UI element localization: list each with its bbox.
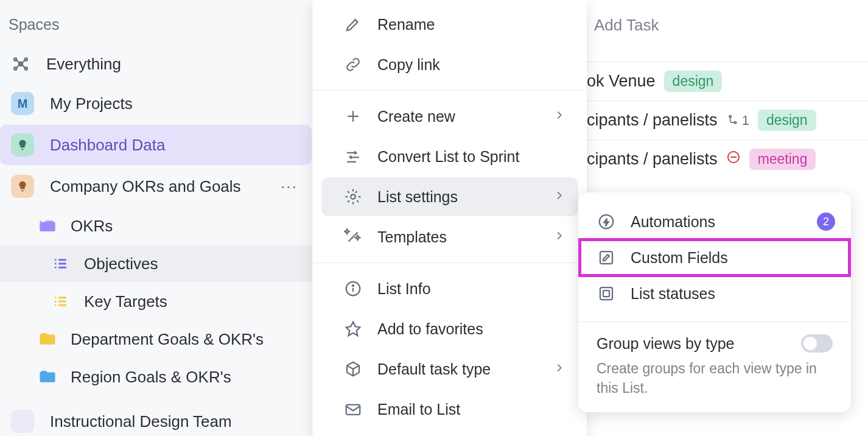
- sidebar-label: Key Targets: [84, 292, 167, 311]
- task-title: cipants / panelists: [587, 150, 718, 169]
- menu-templates[interactable]: Templates: [321, 217, 578, 256]
- sidebar-label: Instructional Design Team: [50, 412, 232, 431]
- submenu-label: Automations: [631, 213, 715, 231]
- menu-label: Email to List: [377, 401, 460, 418]
- submenu-automations[interactable]: Automations 2: [578, 202, 851, 241]
- lightbulb-icon: [11, 175, 34, 198]
- link-icon: [343, 55, 363, 74]
- menu-convert-sprint[interactable]: Convert List to Sprint: [321, 137, 578, 176]
- sidebar-label: Everything: [46, 55, 121, 74]
- menu-label: Convert List to Sprint: [377, 148, 519, 166]
- sidebar-label: Objectives: [84, 255, 158, 273]
- svg-rect-32: [346, 405, 360, 415]
- sidebar-folder-department[interactable]: Department Goals & OKR's: [27, 321, 312, 357]
- menu-default-task-type[interactable]: Default task type: [321, 350, 578, 389]
- submenu-label: Custom Fields: [631, 249, 728, 267]
- mail-icon: [343, 399, 363, 419]
- folder-icon: [38, 367, 57, 387]
- menu-add-favorites[interactable]: Add to favorites: [321, 309, 578, 348]
- menu-label: Add to favorites: [377, 320, 483, 338]
- svg-point-30: [352, 285, 354, 286]
- lightbulb-icon: [11, 133, 34, 156]
- chevron-right-icon: [553, 108, 566, 125]
- wand-icon: [343, 227, 363, 247]
- sidebar-label: Region Goals & OKR's: [71, 368, 231, 387]
- avatar-m-icon: M: [11, 92, 34, 115]
- sidebar-label: Dashboard Data: [50, 136, 165, 155]
- gear-icon: [343, 187, 363, 206]
- sidebar-folder-region[interactable]: Region Goals & OKR's: [27, 359, 312, 395]
- menu-divider: [313, 90, 587, 91]
- sidebar-item-instructional[interactable]: Instructional Design Team: [0, 396, 312, 436]
- menu-label: Copy link: [377, 56, 440, 74]
- automations-count-badge: 2: [817, 213, 835, 231]
- tag-meeting[interactable]: meeting: [749, 149, 816, 170]
- group-views-description: Create groups for each view type in this…: [597, 359, 833, 398]
- plus-icon: [343, 107, 363, 126]
- blocked-icon: [726, 150, 741, 169]
- task-row[interactable]: cipants / panelists meeting: [587, 139, 868, 178]
- info-icon: [343, 279, 363, 298]
- menu-label: List Info: [377, 280, 431, 298]
- automation-icon: [597, 212, 616, 231]
- task-row[interactable]: ok Venue design: [587, 62, 868, 100]
- tag-design[interactable]: design: [758, 110, 816, 131]
- menu-email-to-list[interactable]: Email to List: [321, 390, 578, 429]
- tag-design[interactable]: design: [664, 71, 723, 92]
- submenu-list-statuses[interactable]: List statuses: [578, 274, 851, 313]
- folder-open-icon: [38, 216, 57, 236]
- submenu-custom-fields[interactable]: Custom Fields: [578, 238, 851, 277]
- sprint-icon: [343, 147, 363, 166]
- menu-divider: [313, 262, 587, 263]
- sidebar-item-my-projects[interactable]: M My Projects: [0, 83, 312, 124]
- avatar-i-icon: [11, 410, 34, 433]
- pencil-icon: [343, 15, 363, 34]
- status-icon: [597, 284, 616, 303]
- network-icon: [11, 54, 30, 74]
- menu-label: Default task type: [377, 360, 491, 378]
- star-icon: [343, 319, 363, 339]
- menu-rename[interactable]: Rename: [321, 5, 578, 44]
- sidebar-item-company-okrs[interactable]: Company OKRs and Goals ⋯: [0, 166, 312, 206]
- menu-create-new[interactable]: Create new: [321, 97, 578, 136]
- context-menu: Rename Copy link Create new Convert List…: [313, 0, 587, 436]
- svg-rect-34: [600, 251, 612, 264]
- spaces-header: Spaces: [0, 11, 312, 44]
- menu-list-info[interactable]: List Info: [321, 269, 578, 308]
- task-title: ok Venue: [587, 72, 656, 91]
- chevron-right-icon: [553, 188, 566, 206]
- sidebar-folder-okrs[interactable]: OKRs: [27, 208, 312, 244]
- svg-point-27: [351, 194, 355, 199]
- list-icon: [51, 292, 71, 311]
- group-views-toggle[interactable]: [801, 334, 833, 353]
- svg-marker-31: [346, 322, 360, 336]
- menu-copy-link[interactable]: Copy link: [321, 45, 578, 84]
- task-title: cipants / panelists: [587, 111, 718, 130]
- menu-label: List settings: [377, 188, 458, 206]
- menu-label: Create new: [377, 108, 455, 125]
- chevron-right-icon: [553, 360, 566, 378]
- sidebar-item-everything[interactable]: Everything: [0, 46, 312, 82]
- svg-rect-36: [603, 290, 609, 297]
- sidebar-list-key-targets[interactable]: Key Targets: [40, 283, 312, 320]
- sidebar-list-objectives[interactable]: Objectives: [0, 245, 312, 282]
- chevron-right-icon: [553, 228, 566, 246]
- group-views-label: Group views by type: [597, 335, 735, 353]
- folder-icon: [38, 329, 57, 349]
- subtask-count: 1: [726, 113, 749, 128]
- sidebar-label: Company OKRs and Goals: [50, 177, 241, 196]
- list-settings-submenu: Automations 2 Custom Fields List statuse…: [578, 192, 851, 412]
- sidebar-item-dashboard-data[interactable]: Dashboard Data: [0, 125, 312, 165]
- sidebar-label: OKRs: [71, 217, 113, 236]
- list-icon: [51, 254, 71, 273]
- submenu-label: List statuses: [631, 285, 715, 303]
- menu-label: Templates: [377, 228, 447, 246]
- menu-list-settings[interactable]: List settings: [321, 177, 578, 216]
- more-icon[interactable]: ⋯: [280, 177, 298, 197]
- menu-label: Rename: [377, 16, 435, 33]
- edit-square-icon: [597, 248, 616, 267]
- add-task-button[interactable]: Add Task: [587, 11, 868, 62]
- svg-rect-35: [600, 287, 612, 300]
- task-row[interactable]: cipants / panelists 1 design: [587, 100, 868, 139]
- cube-icon: [343, 359, 363, 379]
